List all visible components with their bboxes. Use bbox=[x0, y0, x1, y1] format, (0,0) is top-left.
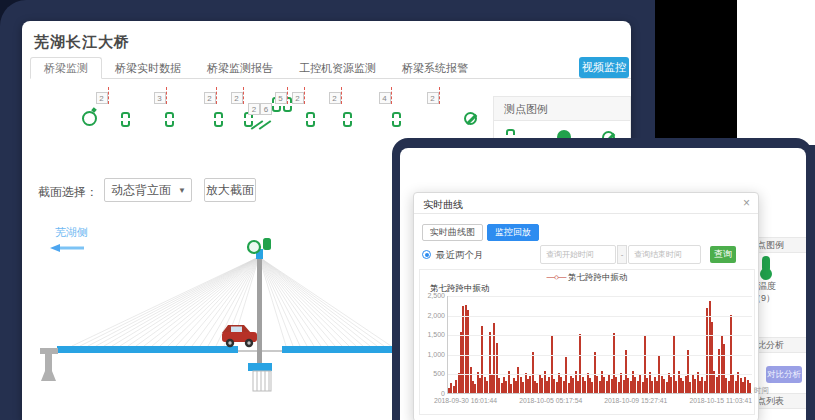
query-end-time-input[interactable] bbox=[628, 245, 701, 264]
query-start-time-input[interactable] bbox=[540, 245, 616, 264]
sensor-count-badge: 2 bbox=[427, 92, 439, 104]
deck-joint-left bbox=[238, 350, 257, 352]
chain-sensor-icon bbox=[165, 112, 174, 127]
x-axis-tick: 2018-10-05 05:17:54 bbox=[519, 397, 582, 404]
chart-x-ticks: 2018-09-30 16:01:442018-10-05 05:17:5420… bbox=[434, 397, 752, 404]
modal-header: 实时曲线 × bbox=[414, 193, 758, 214]
pylon-pier bbox=[257, 353, 262, 364]
modal-tab-bar: 实时曲线图监控回放 bbox=[422, 221, 543, 238]
sensor-marker-line bbox=[108, 87, 109, 104]
legend-marker-icon: —○— bbox=[546, 272, 565, 282]
recent-two-months-radio[interactable] bbox=[422, 250, 431, 259]
tab-4[interactable]: 桥梁系统报警 bbox=[389, 58, 481, 80]
gridline bbox=[448, 335, 752, 336]
gridline bbox=[448, 374, 752, 375]
video-placeholder bbox=[655, 0, 737, 138]
compare-analysis-button[interactable]: 对比分析 bbox=[766, 366, 802, 383]
chart-plot-area: 2,5002,0001,5001,0005000 bbox=[447, 296, 752, 394]
sensor-count-badge: 2 bbox=[96, 92, 108, 104]
y-axis-tick: 1,000 bbox=[421, 351, 445, 358]
left-abutment bbox=[40, 348, 58, 381]
section-select-dropdown[interactable]: 动态背立面 ▼ bbox=[104, 178, 192, 202]
tab-0[interactable]: 桥梁监测 bbox=[30, 57, 102, 79]
query-button[interactable]: 查询 bbox=[710, 246, 736, 263]
chain-sensor-item bbox=[337, 87, 357, 139]
section-select-value: 动态背立面 bbox=[111, 183, 171, 197]
chain-sensor-icon bbox=[214, 112, 223, 127]
background-window bbox=[737, 0, 815, 145]
section-controls: 截面选择： 动态背立面 ▼ 放大截面 bbox=[22, 178, 402, 204]
tab-3[interactable]: 工控机资源监测 bbox=[286, 58, 389, 80]
ban-icon bbox=[464, 112, 477, 125]
gridline bbox=[448, 296, 752, 297]
legend-label: 第七跨跨中振动 bbox=[568, 272, 628, 282]
chain-sensor-item bbox=[115, 87, 135, 139]
left-arrow-icon bbox=[50, 244, 60, 252]
playback-window-frame: 测点图例 温度 （9） 对比分析 对比分析 测点列表 实时曲线 × 实时曲线图监… bbox=[392, 138, 812, 420]
bridge-pylon bbox=[257, 254, 262, 364]
page-title: 芜湖长江大桥 bbox=[34, 33, 130, 52]
left-arrow-shaft bbox=[60, 247, 84, 250]
chain-sensor-icon bbox=[121, 112, 130, 127]
pier-base bbox=[253, 371, 271, 391]
sensor-marker-line bbox=[439, 87, 440, 104]
main-tab-bar: 桥梁监测桥梁实时数据桥梁监测报告工控机资源监测桥梁系统报警 bbox=[30, 57, 631, 79]
thermometer-icon bbox=[762, 256, 770, 272]
desktop-background: 芜湖长江大桥 桥梁监测桥梁实时数据桥梁监测报告工控机资源监测桥梁系统报警 视频监… bbox=[0, 0, 815, 420]
x-axis-tick: 2018-10-09 15:27:41 bbox=[604, 397, 667, 404]
sensor-count-badge: 5 bbox=[275, 92, 287, 104]
chevron-down-icon: ▼ bbox=[178, 179, 186, 203]
section-select-label: 截面选择： bbox=[38, 184, 98, 201]
bridge-schematic: 芜湖侧 bbox=[36, 221, 398, 420]
deck-joint-right bbox=[262, 350, 282, 352]
x-axis-tick: 2018-09-30 16:01:44 bbox=[434, 397, 497, 404]
modal-title: 实时曲线 bbox=[423, 198, 463, 212]
chart-bars bbox=[448, 296, 752, 393]
tab-2[interactable]: 桥梁监测报告 bbox=[194, 58, 286, 80]
playback-window: 测点图例 温度 （9） 对比分析 对比分析 测点列表 实时曲线 × 实时曲线图监… bbox=[400, 148, 806, 420]
modal-tab-1[interactable]: 监控回放 bbox=[487, 224, 539, 241]
gridline bbox=[448, 316, 752, 317]
y-axis-tick: 2,000 bbox=[421, 312, 445, 319]
y-axis-tick: 500 bbox=[421, 370, 445, 377]
gridline bbox=[448, 355, 752, 356]
chart-x-axis-label: 时间 bbox=[754, 386, 769, 396]
y-axis-tick: 0 bbox=[421, 390, 445, 397]
y-axis-tick: 2,500 bbox=[421, 292, 445, 299]
ban-sensor-item bbox=[460, 87, 480, 139]
chain-sensor-icon bbox=[343, 112, 352, 127]
chain-sensor-item bbox=[300, 87, 320, 139]
video-monitor-button[interactable]: 视频监控 bbox=[579, 57, 629, 78]
vibration-chart: —○— 第七跨跨中振动 第七跨跨中振动 2,5002,0001,5001,000… bbox=[419, 269, 755, 415]
zoom-section-button[interactable]: 放大截面 bbox=[204, 178, 256, 202]
recent-two-months-label: 最近两个月 bbox=[436, 249, 484, 262]
bridge-deck-left bbox=[57, 346, 238, 353]
legend-panel-title: 测点图例 bbox=[494, 97, 630, 121]
bridge-side-label: 芜湖侧 bbox=[55, 226, 88, 238]
chain-sensor-icon bbox=[306, 112, 315, 127]
close-icon[interactable]: × bbox=[743, 196, 750, 210]
modal-tab-0[interactable]: 实时曲线图 bbox=[422, 224, 483, 241]
pier-cap bbox=[248, 363, 272, 371]
car bbox=[222, 325, 257, 347]
realtime-curve-modal: 实时曲线 × 实时曲线图监控回放 最近两个月 - 查询 —○— 第七跨跨中振动 bbox=[413, 192, 759, 420]
y-axis-tick: 1,500 bbox=[421, 331, 445, 338]
x-axis-tick: 2018-10-15 11:03:41 bbox=[689, 397, 752, 404]
chain-sensor-item bbox=[159, 87, 179, 139]
marker-sensor-item: 2 bbox=[423, 87, 443, 139]
chain-sensor-icon bbox=[392, 112, 401, 127]
chain-sensor-item bbox=[208, 87, 228, 139]
tab-1[interactable]: 桥梁实时数据 bbox=[102, 58, 194, 80]
pylon-thermometer-icon bbox=[263, 238, 271, 250]
bridge-deck-right bbox=[282, 346, 398, 353]
range-separator: - bbox=[617, 245, 627, 264]
pylon-sensor-icon bbox=[248, 241, 260, 253]
marker-sensor-item: 2 bbox=[92, 87, 112, 139]
chart-bar bbox=[749, 383, 751, 393]
sensor-count-badge: 2 bbox=[248, 103, 260, 115]
chain-sensor-item bbox=[386, 87, 406, 139]
query-row: 最近两个月 - 查询 bbox=[414, 245, 760, 265]
